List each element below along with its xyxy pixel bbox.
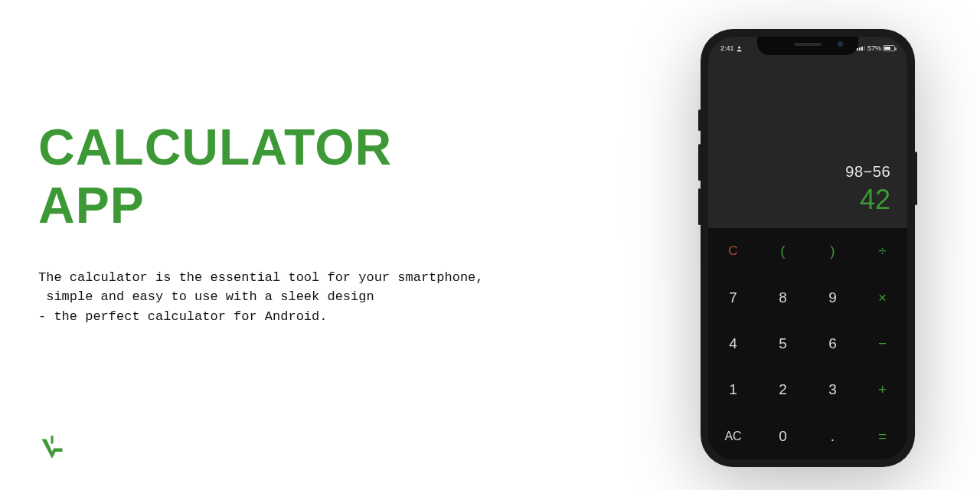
phone-volume-up-icon <box>698 144 701 181</box>
key-0[interactable]: 0 <box>758 413 808 459</box>
status-user-icon <box>736 45 743 52</box>
key-1[interactable]: 1 <box>708 367 758 413</box>
key-subtract[interactable]: − <box>858 321 907 367</box>
phone-screen: 2:41 57% 98−56 42 <box>708 37 907 459</box>
phone-frame: 2:41 57% 98−56 42 <box>701 29 915 467</box>
calc-expression: 98−56 <box>845 163 890 181</box>
key-8[interactable]: 8 <box>758 274 808 320</box>
key-4[interactable]: 4 <box>708 321 758 367</box>
status-time: 2:41 <box>720 44 734 52</box>
phone-mute-switch-icon <box>698 109 701 131</box>
status-battery-pct: 57% <box>867 44 881 52</box>
calc-keypad: C ( ) ÷ 7 8 9 × 4 5 6 − 1 2 3 + AC <box>708 228 907 459</box>
key-clear[interactable]: C <box>708 228 758 274</box>
phone-notch-icon <box>757 37 858 55</box>
key-7[interactable]: 7 <box>708 274 758 320</box>
battery-icon <box>883 45 895 51</box>
description-text: The calculator is the essential tool for… <box>38 268 590 327</box>
key-divide[interactable]: ÷ <box>858 228 907 274</box>
key-9[interactable]: 9 <box>808 274 858 320</box>
hero-text: CALCULATOR APP The calculator is the ess… <box>38 119 590 326</box>
key-2[interactable]: 2 <box>758 367 808 413</box>
key-add[interactable]: + <box>858 367 907 413</box>
calc-result: 42 <box>860 184 890 216</box>
key-equals[interactable]: = <box>858 413 907 459</box>
key-paren-right[interactable]: ) <box>808 228 858 274</box>
title-line-1: CALCULATOR <box>38 119 590 177</box>
key-6[interactable]: 6 <box>808 321 858 367</box>
key-5[interactable]: 5 <box>758 321 808 367</box>
signal-icon <box>857 46 865 51</box>
phone-power-button-icon <box>915 152 917 205</box>
promo-page: CALCULATOR APP The calculator is the ess… <box>0 0 980 490</box>
page-title: CALCULATOR APP <box>38 119 590 235</box>
key-decimal[interactable]: . <box>808 413 858 459</box>
phone-volume-down-icon <box>698 188 701 225</box>
key-all-clear[interactable]: AC <box>708 413 758 459</box>
key-paren-left[interactable]: ( <box>758 228 808 274</box>
title-line-2: APP <box>38 177 590 235</box>
key-multiply[interactable]: × <box>858 274 907 320</box>
calc-display: 98−56 42 <box>708 37 907 228</box>
svg-point-0 <box>738 46 740 48</box>
key-3[interactable]: 3 <box>808 367 858 413</box>
brand-logo-icon <box>38 433 66 461</box>
phone-mockup: 2:41 57% 98−56 42 <box>701 29 915 467</box>
